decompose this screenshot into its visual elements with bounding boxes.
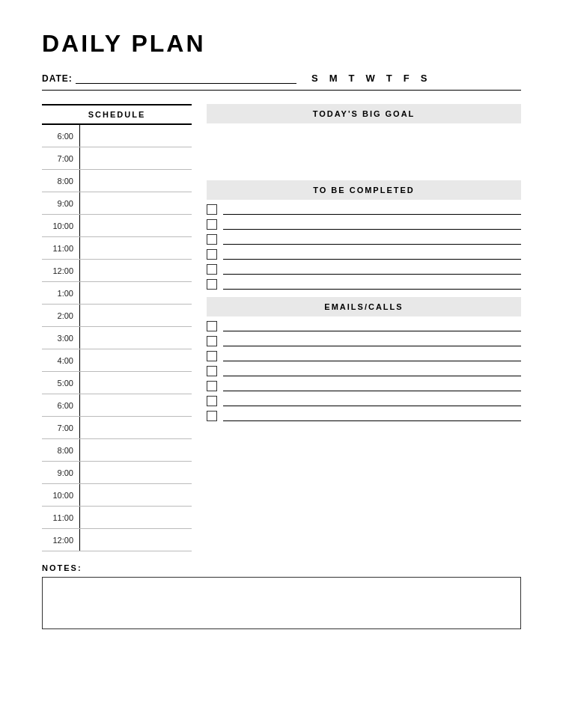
time-row: 10:00 xyxy=(42,215,192,237)
checkbox[interactable] xyxy=(207,381,217,391)
time-label: 11:00 xyxy=(42,244,79,253)
task-line[interactable] xyxy=(223,234,521,245)
task-line[interactable] xyxy=(223,279,521,290)
date-input-line[interactable] xyxy=(76,73,296,84)
time-label: 7:00 xyxy=(42,154,79,163)
day-letter-W[interactable]: W xyxy=(365,73,375,84)
time-schedule-line[interactable] xyxy=(79,394,192,416)
task-line[interactable] xyxy=(223,219,521,230)
day-letter-T[interactable]: T xyxy=(386,73,393,84)
checkbox[interactable] xyxy=(207,411,217,421)
time-schedule-line[interactable] xyxy=(79,147,192,169)
ec-item xyxy=(207,381,521,391)
checkbox[interactable] xyxy=(207,264,217,275)
time-schedule-line[interactable] xyxy=(79,170,192,192)
time-label: 5:00 xyxy=(42,379,79,388)
task-line[interactable] xyxy=(223,381,521,391)
day-letter-S[interactable]: S xyxy=(421,73,428,84)
big-goal-area[interactable] xyxy=(207,128,521,173)
checkbox[interactable] xyxy=(207,279,217,290)
ec-item xyxy=(207,321,521,331)
checkbox[interactable] xyxy=(207,351,217,361)
time-schedule-line[interactable] xyxy=(79,215,192,236)
task-line[interactable] xyxy=(223,366,521,376)
notes-label: NOTES: xyxy=(42,563,521,572)
time-row: 8:00 xyxy=(42,439,192,462)
time-schedule-line[interactable] xyxy=(79,327,192,349)
day-letter-S[interactable]: S xyxy=(311,73,319,84)
time-schedule-line[interactable] xyxy=(79,529,192,551)
time-row: 10:00 xyxy=(42,484,192,507)
time-label: 12:00 xyxy=(42,536,79,545)
task-line[interactable] xyxy=(223,264,521,275)
time-schedule-line[interactable] xyxy=(79,439,192,461)
time-row: 1:00 xyxy=(42,282,192,305)
checkbox[interactable] xyxy=(207,396,217,406)
time-row: 6:00 xyxy=(42,125,192,147)
time-label: 6:00 xyxy=(42,132,79,141)
time-schedule-line[interactable] xyxy=(79,484,192,506)
task-line[interactable] xyxy=(223,204,521,215)
time-schedule-line[interactable] xyxy=(79,282,192,304)
header-row: DATE: SMTWTFS xyxy=(42,73,521,91)
time-schedule-line[interactable] xyxy=(79,192,192,214)
days-of-week: SMTWTFS xyxy=(311,73,427,84)
task-line[interactable] xyxy=(223,411,521,421)
schedule-column: SCHEDULE 6:007:008:009:0010:0011:0012:00… xyxy=(42,104,192,551)
date-section: DATE: xyxy=(42,73,296,84)
time-label: 11:00 xyxy=(42,513,79,522)
tbc-item xyxy=(207,249,521,260)
time-label: 8:00 xyxy=(42,177,79,186)
tbc-item xyxy=(207,204,521,215)
tbc-item xyxy=(207,234,521,245)
time-schedule-line[interactable] xyxy=(79,507,192,528)
ec-item xyxy=(207,366,521,376)
checkbox[interactable] xyxy=(207,204,217,215)
task-line[interactable] xyxy=(223,321,521,331)
time-schedule-line[interactable] xyxy=(79,305,192,326)
checkbox[interactable] xyxy=(207,366,217,376)
task-line[interactable] xyxy=(223,351,521,361)
time-schedule-line[interactable] xyxy=(79,349,192,371)
time-schedule-line[interactable] xyxy=(79,372,192,394)
day-letter-F[interactable]: F xyxy=(404,73,410,84)
ec-item xyxy=(207,336,521,346)
time-label: 3:00 xyxy=(42,334,79,343)
time-schedule-line[interactable] xyxy=(79,125,192,147)
right-column: TODAY'S BIG GOAL TO BE COMPLETED EMAILS/… xyxy=(207,104,521,551)
time-row: 4:00 xyxy=(42,349,192,372)
task-line[interactable] xyxy=(223,249,521,260)
notes-box[interactable] xyxy=(42,577,521,629)
time-label: 6:00 xyxy=(42,401,79,410)
checkbox[interactable] xyxy=(207,321,217,331)
time-row: 7:00 xyxy=(42,147,192,170)
checkbox[interactable] xyxy=(207,219,217,230)
checkbox[interactable] xyxy=(207,234,217,245)
day-letter-M[interactable]: M xyxy=(329,73,338,84)
big-goal-header: TODAY'S BIG GOAL xyxy=(207,104,521,123)
time-row: 11:00 xyxy=(42,237,192,260)
time-label: 8:00 xyxy=(42,446,79,455)
time-row: 12:00 xyxy=(42,529,192,551)
checkbox[interactable] xyxy=(207,336,217,346)
time-schedule-line[interactable] xyxy=(79,260,192,281)
day-letter-T[interactable]: T xyxy=(349,73,356,84)
main-content: SCHEDULE 6:007:008:009:0010:0011:0012:00… xyxy=(42,104,521,551)
time-schedule-line[interactable] xyxy=(79,417,192,438)
time-label: 4:00 xyxy=(42,356,79,365)
checkbox[interactable] xyxy=(207,249,217,260)
task-line[interactable] xyxy=(223,336,521,346)
ec-item xyxy=(207,411,521,421)
emails-calls-section: EMAILS/CALLS xyxy=(207,297,521,421)
ec-item xyxy=(207,351,521,361)
time-row: 9:00 xyxy=(42,192,192,215)
time-label: 10:00 xyxy=(42,491,79,500)
emails-calls-list xyxy=(207,321,521,421)
emails-calls-header: EMAILS/CALLS xyxy=(207,297,521,316)
time-row: 9:00 xyxy=(42,462,192,484)
task-line[interactable] xyxy=(223,396,521,406)
time-schedule-line[interactable] xyxy=(79,462,192,483)
time-row: 8:00 xyxy=(42,170,192,192)
time-schedule-line[interactable] xyxy=(79,237,192,259)
time-row: 2:00 xyxy=(42,305,192,327)
